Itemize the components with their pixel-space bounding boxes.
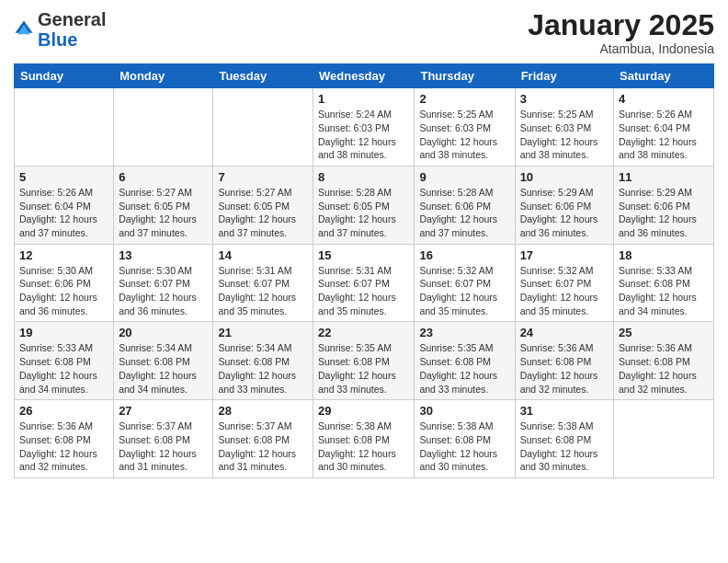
calendar-cell: 3Sunrise: 5:25 AM Sunset: 6:03 PM Daylig… [515,88,613,167]
calendar-cell: 16Sunrise: 5:32 AM Sunset: 6:07 PM Dayli… [415,244,515,322]
day-number: 7 [218,170,308,184]
day-number: 13 [119,248,208,262]
day-info: Sunrise: 5:27 AM Sunset: 6:05 PM Dayligh… [119,186,208,240]
day-info: Sunrise: 5:32 AM Sunset: 6:07 PM Dayligh… [419,264,509,318]
calendar-cell: 4Sunrise: 5:26 AM Sunset: 6:04 PM Daylig… [614,88,714,167]
day-number: 20 [119,326,208,339]
calendar-week-row-5: 26Sunrise: 5:36 AM Sunset: 6:08 PM Dayli… [15,400,714,478]
calendar-cell: 28Sunrise: 5:37 AM Sunset: 6:08 PM Dayli… [213,400,313,478]
day-info: Sunrise: 5:24 AM Sunset: 6:03 PM Dayligh… [318,108,409,162]
day-number: 26 [19,404,108,418]
day-number: 2 [419,92,509,106]
day-info: Sunrise: 5:29 AM Sunset: 6:06 PM Dayligh… [520,186,609,240]
logo-text: General Blue [38,9,106,50]
calendar-cell: 30Sunrise: 5:38 AM Sunset: 6:08 PM Dayli… [415,400,515,478]
day-number: 19 [19,326,108,339]
day-info: Sunrise: 5:34 AM Sunset: 6:08 PM Dayligh… [119,341,208,396]
day-info: Sunrise: 5:31 AM Sunset: 6:07 PM Dayligh… [218,264,308,318]
col-friday: Friday [515,64,613,88]
logo: General Blue [14,9,106,50]
day-info: Sunrise: 5:26 AM Sunset: 6:04 PM Dayligh… [19,186,108,240]
day-info: Sunrise: 5:29 AM Sunset: 6:06 PM Dayligh… [619,186,709,240]
day-info: Sunrise: 5:26 AM Sunset: 6:04 PM Dayligh… [619,108,709,162]
day-number: 21 [218,326,308,339]
calendar-cell: 26Sunrise: 5:36 AM Sunset: 6:08 PM Dayli… [15,400,114,478]
day-info: Sunrise: 5:37 AM Sunset: 6:08 PM Dayligh… [218,419,308,474]
day-number: 27 [119,404,208,418]
day-number: 24 [520,326,609,339]
day-number: 30 [419,404,509,418]
col-thursday: Thursday [415,64,515,88]
calendar-cell: 13Sunrise: 5:30 AM Sunset: 6:07 PM Dayli… [114,244,213,322]
calendar-cell: 23Sunrise: 5:35 AM Sunset: 6:08 PM Dayli… [415,322,515,400]
logo-icon [14,19,34,40]
day-info: Sunrise: 5:37 AM Sunset: 6:08 PM Dayligh… [119,419,208,474]
calendar-cell: 8Sunrise: 5:28 AM Sunset: 6:05 PM Daylig… [313,166,415,244]
day-info: Sunrise: 5:25 AM Sunset: 6:03 PM Dayligh… [419,108,509,162]
day-info: Sunrise: 5:36 AM Sunset: 6:08 PM Dayligh… [19,419,108,474]
day-number: 10 [520,170,609,184]
calendar-cell: 1Sunrise: 5:24 AM Sunset: 6:03 PM Daylig… [313,88,415,167]
calendar-cell: 18Sunrise: 5:33 AM Sunset: 6:08 PM Dayli… [614,244,714,322]
logo-blue: Blue [38,29,77,50]
calendar-cell [614,400,714,478]
day-info: Sunrise: 5:31 AM Sunset: 6:07 PM Dayligh… [318,264,409,318]
day-number: 11 [619,170,709,184]
calendar-cell: 22Sunrise: 5:35 AM Sunset: 6:08 PM Dayli… [313,322,415,400]
calendar-cell: 17Sunrise: 5:32 AM Sunset: 6:07 PM Dayli… [515,244,613,322]
day-number: 17 [520,248,609,262]
calendar-cell: 6Sunrise: 5:27 AM Sunset: 6:05 PM Daylig… [114,166,213,244]
calendar-cell: 12Sunrise: 5:30 AM Sunset: 6:06 PM Dayli… [15,244,114,322]
day-info: Sunrise: 5:36 AM Sunset: 6:08 PM Dayligh… [520,341,609,396]
day-info: Sunrise: 5:32 AM Sunset: 6:07 PM Dayligh… [520,264,609,318]
calendar-cell: 19Sunrise: 5:33 AM Sunset: 6:08 PM Dayli… [15,322,114,400]
calendar-cell: 7Sunrise: 5:27 AM Sunset: 6:05 PM Daylig… [213,166,313,244]
month-title: January 2025 [528,9,714,41]
day-number: 15 [318,248,409,262]
title-block: January 2025 Atambua, Indonesia [528,9,714,56]
calendar-cell: 5Sunrise: 5:26 AM Sunset: 6:04 PM Daylig… [15,166,114,244]
calendar-cell: 11Sunrise: 5:29 AM Sunset: 6:06 PM Dayli… [614,166,714,244]
col-tuesday: Tuesday [213,64,313,88]
day-info: Sunrise: 5:36 AM Sunset: 6:08 PM Dayligh… [619,341,709,396]
calendar-table: Sunday Monday Tuesday Wednesday Thursday… [14,63,714,478]
day-number: 3 [520,92,609,106]
calendar-cell: 20Sunrise: 5:34 AM Sunset: 6:08 PM Dayli… [114,322,213,400]
day-number: 28 [218,404,308,418]
col-wednesday: Wednesday [313,64,415,88]
day-info: Sunrise: 5:30 AM Sunset: 6:06 PM Dayligh… [19,264,108,318]
day-number: 12 [19,248,108,262]
day-info: Sunrise: 5:35 AM Sunset: 6:08 PM Dayligh… [419,341,509,396]
header: General Blue January 2025 Atambua, Indon… [14,9,714,56]
calendar-cell: 9Sunrise: 5:28 AM Sunset: 6:06 PM Daylig… [415,166,515,244]
day-info: Sunrise: 5:34 AM Sunset: 6:08 PM Dayligh… [218,341,308,396]
calendar-cell: 25Sunrise: 5:36 AM Sunset: 6:08 PM Dayli… [614,322,714,400]
col-sunday: Sunday [15,64,114,88]
day-info: Sunrise: 5:38 AM Sunset: 6:08 PM Dayligh… [520,419,609,474]
day-number: 9 [419,170,509,184]
day-info: Sunrise: 5:38 AM Sunset: 6:08 PM Dayligh… [318,419,409,474]
calendar-cell: 27Sunrise: 5:37 AM Sunset: 6:08 PM Dayli… [114,400,213,478]
col-monday: Monday [114,64,213,88]
calendar-cell: 14Sunrise: 5:31 AM Sunset: 6:07 PM Dayli… [213,244,313,322]
calendar-week-row-1: 1Sunrise: 5:24 AM Sunset: 6:03 PM Daylig… [15,88,714,167]
day-number: 4 [619,92,709,106]
day-info: Sunrise: 5:28 AM Sunset: 6:06 PM Dayligh… [419,186,509,240]
calendar-week-row-3: 12Sunrise: 5:30 AM Sunset: 6:06 PM Dayli… [15,244,714,322]
day-number: 14 [218,248,308,262]
calendar-cell: 10Sunrise: 5:29 AM Sunset: 6:06 PM Dayli… [515,166,613,244]
calendar-cell: 31Sunrise: 5:38 AM Sunset: 6:08 PM Dayli… [515,400,613,478]
calendar-cell [15,88,114,167]
location-subtitle: Atambua, Indonesia [528,41,714,56]
day-info: Sunrise: 5:35 AM Sunset: 6:08 PM Dayligh… [318,341,409,396]
calendar-cell: 24Sunrise: 5:36 AM Sunset: 6:08 PM Dayli… [515,322,613,400]
day-info: Sunrise: 5:38 AM Sunset: 6:08 PM Dayligh… [419,419,509,474]
calendar-cell: 15Sunrise: 5:31 AM Sunset: 6:07 PM Dayli… [313,244,415,322]
day-number: 6 [119,170,208,184]
day-number: 29 [318,404,409,418]
day-number: 25 [619,326,709,339]
day-info: Sunrise: 5:30 AM Sunset: 6:07 PM Dayligh… [119,264,208,318]
day-info: Sunrise: 5:28 AM Sunset: 6:05 PM Dayligh… [318,186,409,240]
day-number: 1 [318,92,409,106]
calendar-cell: 29Sunrise: 5:38 AM Sunset: 6:08 PM Dayli… [313,400,415,478]
